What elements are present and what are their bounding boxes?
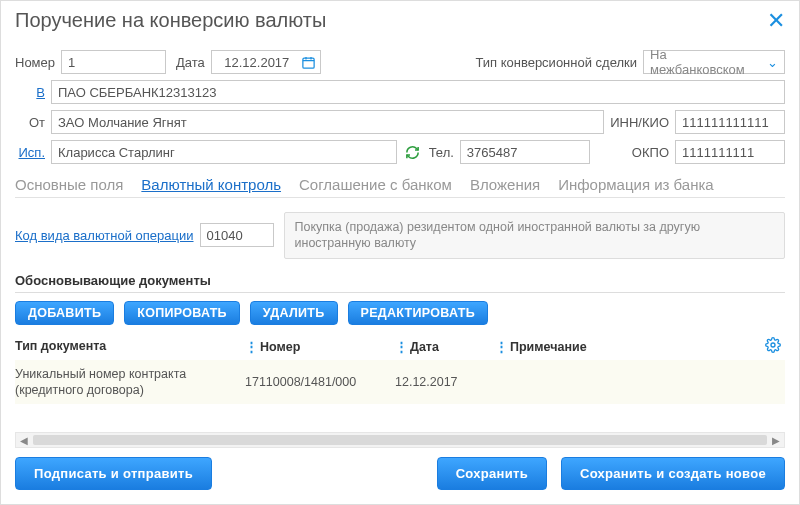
delete-button[interactable]: УДАЛИТЬ <box>250 301 338 325</box>
from-label: От <box>15 115 45 130</box>
copy-button[interactable]: КОПИРОВАТЬ <box>124 301 240 325</box>
inn-input <box>675 110 785 134</box>
tab-currency-control[interactable]: Валютный контроль <box>141 176 281 193</box>
to-input <box>51 80 785 104</box>
cell-number: 17110008/1481/000 <box>245 375 395 389</box>
op-code-description: Покупка (продажа) резидентом одной иност… <box>284 212 785 259</box>
number-input[interactable] <box>61 50 166 74</box>
number-label: Номер <box>15 55 55 70</box>
op-code-input[interactable] <box>200 223 274 247</box>
gear-icon[interactable] <box>757 337 785 356</box>
svg-point-1 <box>771 343 775 347</box>
chevron-down-icon: ⌄ <box>763 55 778 70</box>
tab-main-fields[interactable]: Основные поля <box>15 176 123 193</box>
inn-label: ИНН/КИО <box>610 115 669 130</box>
tab-attachments[interactable]: Вложения <box>470 176 540 193</box>
scroll-left-icon[interactable]: ◀ <box>16 435 32 446</box>
calendar-icon[interactable] <box>300 53 318 71</box>
col-number: ⋮Номер <box>245 339 395 354</box>
scroll-right-icon[interactable]: ▶ <box>768 435 784 446</box>
okpo-input <box>675 140 785 164</box>
executor-input[interactable] <box>51 140 397 164</box>
refresh-icon[interactable] <box>403 142 423 162</box>
col-doc-type: Тип документа <box>15 339 245 353</box>
save-and-new-button[interactable]: Сохранить и создать новое <box>561 457 785 490</box>
save-button[interactable]: Сохранить <box>437 457 547 490</box>
col-date: ⋮Дата <box>395 339 495 354</box>
deal-type-select[interactable]: На межбанковском ⌄ <box>643 50 785 74</box>
deal-type-value: На межбанковском <box>650 47 763 77</box>
to-link[interactable]: В <box>15 85 45 100</box>
table-row[interactable]: Уникальный номер контракта (кредитного д… <box>15 360 785 405</box>
executor-link[interactable]: Исп. <box>15 145 45 160</box>
add-button[interactable]: ДОБАВИТЬ <box>15 301 114 325</box>
tel-input[interactable] <box>460 140 590 164</box>
tab-bank-agreement[interactable]: Соглашение с банком <box>299 176 452 193</box>
horizontal-scrollbar[interactable]: ◀ ▶ <box>15 432 785 448</box>
date-label: Дата <box>176 55 205 70</box>
sign-and-send-button[interactable]: Подписать и отправить <box>15 457 212 490</box>
op-code-link[interactable]: Код вида валютной операции <box>15 228 194 243</box>
col-note: ⋮Примечание <box>495 339 757 354</box>
tel-label: Тел. <box>429 145 454 160</box>
from-input <box>51 110 604 134</box>
scroll-thumb[interactable] <box>33 435 767 445</box>
close-icon[interactable]: ✕ <box>767 10 785 32</box>
docs-section-title: Обосновывающие документы <box>15 273 785 288</box>
cell-date: 12.12.2017 <box>395 375 495 389</box>
edit-button[interactable]: РЕДАКТИРОВАТЬ <box>348 301 488 325</box>
okpo-label: ОКПО <box>632 145 669 160</box>
deal-type-label: Тип конверсионной сделки <box>475 55 637 70</box>
dialog-title: Поручение на конверсию валюты <box>15 9 326 32</box>
tab-bar: Основные поля Валютный контроль Соглашен… <box>15 176 785 198</box>
cell-doc-type: Уникальный номер контракта (кредитного д… <box>15 366 245 399</box>
svg-rect-0 <box>303 58 314 68</box>
tab-bank-info[interactable]: Информация из банка <box>558 176 714 193</box>
